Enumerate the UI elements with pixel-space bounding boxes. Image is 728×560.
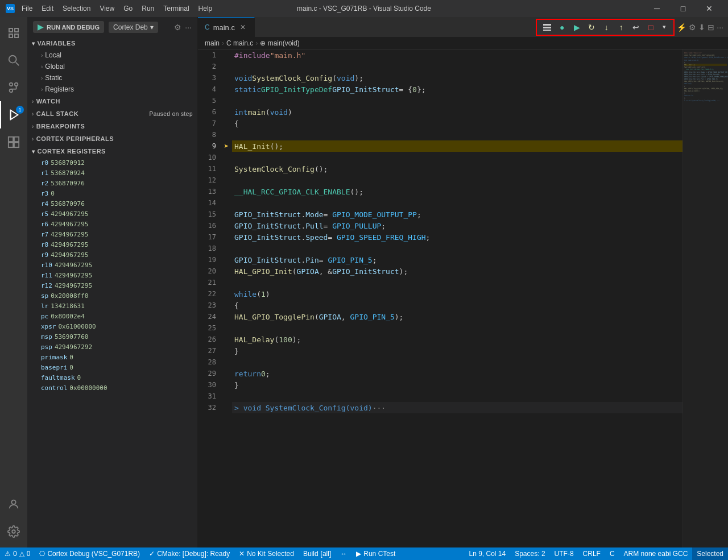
watch-header[interactable]: › WATCH bbox=[27, 95, 197, 107]
menu-edit[interactable]: Edit bbox=[42, 5, 53, 13]
menu-view[interactable]: View bbox=[100, 5, 114, 13]
more-debug-button[interactable]: ▾ bbox=[659, 21, 670, 34]
code-line-18[interactable] bbox=[232, 243, 682, 254]
language-mode[interactable]: C bbox=[605, 547, 619, 560]
code-line-24[interactable]: HAL_GPIO_TogglePin(GPIOA, GPIO_PIN_5); bbox=[232, 311, 682, 322]
sync-icon[interactable]: ↔ bbox=[336, 547, 351, 560]
code-line-14[interactable] bbox=[232, 197, 682, 209]
settings-icon[interactable]: ⚙ bbox=[174, 23, 181, 32]
stop-button[interactable]: □ bbox=[644, 21, 657, 34]
config-selector[interactable]: Cortex Deb ▾ bbox=[109, 22, 158, 33]
code-line-25[interactable] bbox=[232, 322, 682, 334]
maximize-button[interactable]: □ bbox=[670, 0, 696, 17]
compiler-info[interactable]: ARM none eabi GCC bbox=[619, 547, 693, 560]
activity-search[interactable] bbox=[0, 47, 27, 74]
menu-terminal[interactable]: Terminal bbox=[163, 5, 189, 13]
code-line-12[interactable] bbox=[232, 175, 682, 186]
code-line-32[interactable]: > void SystemClock_Config(void) ··· bbox=[232, 402, 682, 413]
settings-gear-icon[interactable]: ⚙ bbox=[689, 23, 696, 32]
code-content[interactable]: #include "main.h"void SystemClock_Config… bbox=[232, 49, 682, 547]
cmake-status[interactable]: ✓CMake: [Debug]: Ready bbox=[144, 547, 234, 560]
code-line-6[interactable]: int main(void) bbox=[232, 106, 682, 118]
registers-item[interactable]: ›Registers bbox=[32, 84, 197, 95]
remote-icon[interactable]: ⚡ bbox=[677, 23, 686, 32]
debug-toggle-layout-button[interactable] bbox=[540, 21, 554, 34]
static-item[interactable]: ›Static bbox=[32, 72, 197, 84]
undo-button[interactable]: ↩ bbox=[629, 21, 643, 34]
breakpoints-section: › BREAKPOINTS bbox=[27, 120, 197, 132]
code-line-15[interactable]: GPIO_InitStruct.Mode = GPIO_MODE_OUTPUT_… bbox=[232, 209, 682, 220]
code-line-31[interactable] bbox=[232, 391, 682, 402]
code-line-30[interactable]: } bbox=[232, 379, 682, 391]
errors-warnings[interactable]: ⚠0△0 bbox=[0, 547, 35, 560]
build-status[interactable]: Build[all] bbox=[299, 547, 336, 560]
code-line-13[interactable]: __HAL_RCC_GPIOA_CLK_ENABLE(); bbox=[232, 186, 682, 197]
code-line-20[interactable]: HAL_GPIO_Init(GPIOA, &GPIO_InitStruct); bbox=[232, 266, 682, 277]
code-line-27[interactable]: } bbox=[232, 345, 682, 356]
breadcrumb-file[interactable]: C main.c bbox=[226, 39, 253, 47]
activity-run-debug[interactable]: 1 bbox=[0, 101, 27, 128]
download-icon[interactable]: ⬇ bbox=[698, 23, 705, 32]
line-ending[interactable]: CRLF bbox=[578, 547, 605, 560]
code-line-7[interactable]: { bbox=[232, 118, 682, 129]
code-line-26[interactable]: HAL_Delay(100); bbox=[232, 334, 682, 345]
kit-status[interactable]: ✕No Kit Selected bbox=[234, 547, 299, 560]
cortex-peripherals-header[interactable]: › CORTEX PERIPHERALS bbox=[27, 132, 197, 145]
debug-arrow-1 bbox=[221, 49, 232, 61]
breadcrumb-main[interactable]: main bbox=[205, 39, 220, 47]
step-over-button[interactable]: ▶ bbox=[570, 21, 584, 34]
activity-explorer[interactable] bbox=[0, 19, 27, 47]
selected-status[interactable]: Selected bbox=[692, 547, 728, 560]
close-button[interactable]: ✕ bbox=[696, 0, 722, 17]
activity-extensions[interactable] bbox=[0, 128, 27, 156]
code-line-16[interactable]: GPIO_InitStruct.Pull = GPIO_PULLUP; bbox=[232, 220, 682, 231]
indentation[interactable]: Spaces: 2 bbox=[510, 547, 549, 560]
code-line-1[interactable]: #include "main.h" bbox=[232, 49, 682, 61]
breakpoints-header[interactable]: › BREAKPOINTS bbox=[27, 120, 197, 132]
panel-toggle-icon[interactable]: ⊟ bbox=[708, 23, 714, 32]
code-line-21[interactable] bbox=[232, 277, 682, 288]
more-options-icon[interactable]: ··· bbox=[185, 23, 192, 32]
minimize-button[interactable]: ─ bbox=[644, 0, 670, 17]
activity-settings[interactable] bbox=[0, 518, 27, 545]
tab-main-c[interactable]: C main.c ✕ bbox=[198, 17, 255, 37]
run-and-debug-button[interactable]: ▶ RUN AND DEBUG bbox=[33, 21, 104, 33]
restart-button[interactable]: ↻ bbox=[585, 21, 598, 34]
encoding[interactable]: UTF-8 bbox=[550, 547, 578, 560]
debug-status[interactable]: ⎔Cortex Debug (VSC_G071RB) bbox=[35, 547, 144, 560]
code-line-11[interactable]: SystemClock_Config(); bbox=[232, 163, 682, 175]
tab-close-icon[interactable]: ✕ bbox=[238, 23, 247, 32]
code-line-5[interactable] bbox=[232, 95, 682, 106]
ctest-status[interactable]: ▶Run CTest bbox=[351, 547, 400, 560]
code-line-10[interactable] bbox=[232, 152, 682, 163]
menu-run[interactable]: Run bbox=[142, 5, 154, 13]
menu-file[interactable]: File bbox=[22, 5, 32, 13]
activity-source-control[interactable] bbox=[0, 74, 27, 101]
code-line-22[interactable]: while(1) bbox=[232, 288, 682, 300]
global-item[interactable]: ›Global bbox=[32, 61, 197, 72]
code-line-3[interactable]: void SystemClock_Config(void); bbox=[232, 72, 682, 84]
code-line-23[interactable]: { bbox=[232, 300, 682, 311]
cortex-registers-header[interactable]: ▾ CORTEX REGISTERS bbox=[27, 145, 197, 157]
code-line-2[interactable] bbox=[232, 61, 682, 72]
step-into-button[interactable]: ↓ bbox=[599, 21, 613, 34]
code-line-17[interactable]: GPIO_InitStruct.Speed = GPIO_SPEED_FREQ_… bbox=[232, 231, 682, 243]
code-line-4[interactable]: static GPIO_InitTypeDef GPIO_InitStruct … bbox=[232, 84, 682, 95]
variables-header[interactable]: ▾ VARIABLES bbox=[27, 37, 197, 49]
code-line-9[interactable]: HAL_Init(); bbox=[232, 140, 682, 152]
code-line-28[interactable] bbox=[232, 356, 682, 368]
continue-button[interactable]: ● bbox=[555, 21, 569, 34]
code-line-8[interactable] bbox=[232, 129, 682, 140]
cursor-position[interactable]: Ln 9, Col 14 bbox=[464, 547, 510, 560]
activity-account[interactable] bbox=[0, 491, 27, 518]
code-line-29[interactable]: return 0; bbox=[232, 368, 682, 379]
more-actions-icon[interactable]: ··· bbox=[717, 23, 723, 32]
code-line-19[interactable]: GPIO_InitStruct.Pin = GPIO_PIN_5; bbox=[232, 254, 682, 266]
menu-go[interactable]: Go bbox=[123, 5, 133, 13]
call-stack-header[interactable]: › CALL STACK Paused on step bbox=[27, 107, 197, 120]
step-out-button[interactable]: ↑ bbox=[614, 21, 628, 34]
menu-help[interactable]: Help bbox=[198, 5, 213, 13]
breadcrumb-fn[interactable]: ⊕ main(void) bbox=[260, 39, 299, 47]
locals-item[interactable]: ›Local bbox=[32, 49, 197, 61]
menu-selection[interactable]: Selection bbox=[63, 5, 90, 13]
